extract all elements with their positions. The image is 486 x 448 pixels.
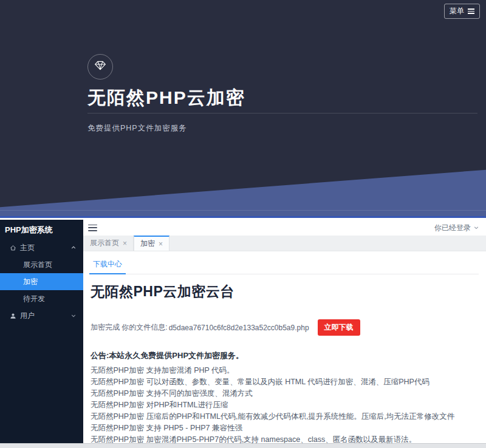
sidebar-item-show-home[interactable]: 展示首页 [0,256,83,273]
sidebar-item-label: 用户 [20,311,35,321]
tab-download-center[interactable]: 下载中心 [89,256,126,274]
file-info-line: 加密完成 你的文件信息: d5daea76710c6fc8d2e133a52cc… [91,319,479,336]
sidebar-title: PHP加密系统 [0,220,83,239]
tab-show-home[interactable]: 展示首页 × [84,236,134,251]
bottom-strip [0,443,486,448]
notice-item: 无陌然PHP加密 可以对函数、参数、变量、常量以及内嵌 HTML 代码进行加密、… [91,376,479,388]
notice-item: 无陌然PHP加密 对PHP和HTML进行压缩 [91,399,479,411]
tab-label: 展示首页 [90,238,119,248]
file-info-prefix: 加密完成 你的文件信息: [91,322,168,333]
sidebar-item-label: 主页 [20,243,35,253]
hero-divider [87,113,477,114]
notice-item: 无陌然PHP加密 加密混淆PHP5-PHP7的代码,支持 namespace、c… [91,434,479,443]
sidebar-item-encrypt[interactable]: 加密 [0,273,83,290]
topbar: 你已经登录 [83,220,486,236]
sidebar-item-label: 待开发 [23,294,45,304]
admin-app: PHP加密系统 主页 展示首页 加密 [0,220,486,443]
menu-hamburger-icon [468,8,474,14]
chevron-up-icon [71,245,76,250]
notice-title: 公告:本站永久免费提供PHP文件加密服务。 [91,350,479,361]
hero-menu-label: 菜单 [450,6,464,16]
chevron-down-icon [474,223,479,232]
download-button[interactable]: 立即下载 [318,319,360,336]
notice-item: 无陌然PHP加密 压缩后的PHP和HTML代码,能有效减少代码体积,提升系统性能… [91,411,479,423]
page-title: 无陌然PHP云加密云台 [91,282,479,301]
home-icon [10,245,16,251]
hero-title: 无陌然PHP云加密 [87,86,245,110]
diamond-icon [94,59,106,74]
sidebar-item-label: 展示首页 [23,260,52,270]
notice-item: 无陌然PHP加密 支持加密混淆 PHP 代码。 [91,365,479,376]
open-tabs-bar: 展示首页 × 加密 × [83,236,486,251]
section-tabs: 下载中心 [89,256,479,274]
close-icon[interactable]: × [159,240,163,248]
divider [0,210,486,211]
chevron-down-icon [71,313,76,318]
logo-badge [87,54,113,80]
sidebar-item-label: 加密 [23,277,38,287]
tab-encrypt[interactable]: 加密 × [134,236,169,251]
sidebar: PHP加密系统 主页 展示首页 加密 [0,220,83,443]
sidebar-item-todo[interactable]: 待开发 [0,290,83,307]
collapse-sidebar-icon[interactable] [88,225,97,231]
tab-label: 加密 [140,239,155,249]
hero-subtitle: 免费提供PHP文件加密服务 [87,123,187,134]
sidebar-item-home[interactable]: 主页 [0,239,83,256]
user-icon [10,313,16,319]
content-panel: 下载中心 无陌然PHP云加密云台 加密完成 你的文件信息: d5daea7671… [83,251,486,443]
sidebar-item-user[interactable]: 用户 [0,307,83,324]
login-status-label: 你已经登录 [434,223,471,233]
file-name: d5daea76710c6fc8d2e133a52cc0b5a9.php [169,324,309,332]
hero-menu-button[interactable]: 菜单 [444,4,480,19]
notice-item: 无陌然PHP加密 支持不同的加密强度、混淆方式 [91,388,479,399]
login-status[interactable]: 你已经登录 [434,223,479,233]
notice-list: 无陌然PHP加密 支持加密混淆 PHP 代码。 无陌然PHP加密 可以对函数、参… [91,365,479,443]
page: 菜单 无陌然PHP云加密 免费提供PHP文件加密服务 PHP加密系统 [0,0,486,448]
main-area: 你已经登录 展示首页 × 加密 × [83,220,486,443]
notice-item: 无陌然PHP加密 支持 PHP5 - PHP7 兼容性强 [91,423,479,434]
hero-section: 菜单 无陌然PHP云加密 免费提供PHP文件加密服务 [0,0,486,218]
close-icon[interactable]: × [123,240,127,247]
